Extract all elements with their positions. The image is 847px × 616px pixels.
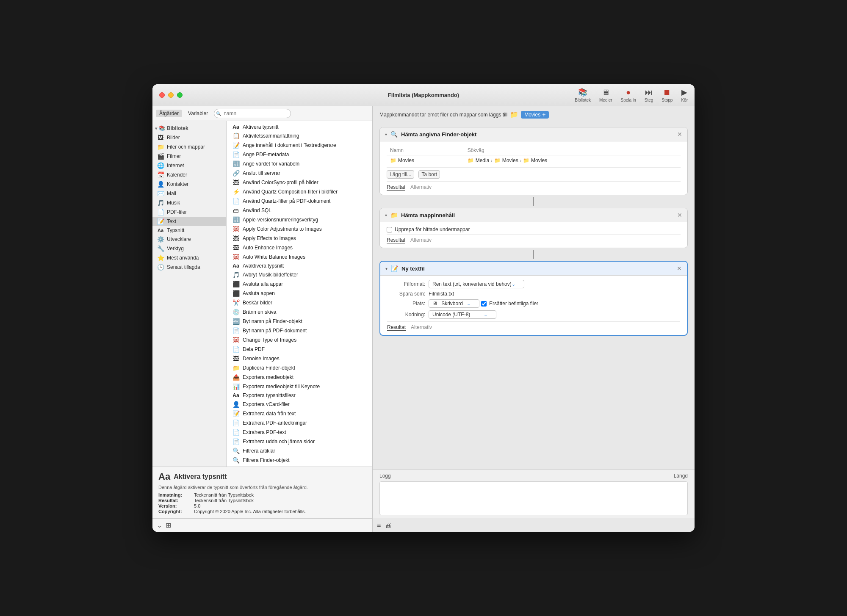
action-avaktivera[interactable]: Aa Avaktivera typsnitt [227, 262, 372, 270]
tab-alternativ-2[interactable]: Alternativ [410, 237, 432, 243]
step-2-chevron[interactable]: ▾ [385, 213, 387, 218]
action-auto-enhance[interactable]: 🖼 Auto Enhance Images [227, 243, 372, 252]
action-label: Ange PDF-metadata [243, 152, 289, 157]
step-2-checkbox[interactable] [387, 227, 392, 232]
sidebar-item-kontakter[interactable]: 👤 Kontakter [152, 180, 226, 189]
spara-som-label: Spara som: [387, 291, 425, 297]
sidebar-item-mest-anvanda[interactable]: ⭐ Mest använda [152, 253, 226, 262]
action-change-type[interactable]: 🖼 Change Type of Images [227, 335, 372, 345]
workflow-canvas: ▾ 🔍 Hämta angivna Finder-objekt ✕ Namn S… [373, 123, 695, 469]
ersatter-checkbox[interactable] [481, 301, 487, 307]
action-exportera-media[interactable]: 📤 Exportera medieobjekt [227, 373, 372, 382]
action-extrahera-pdf-text[interactable]: 📄 Extrahera PDF-text [227, 428, 372, 437]
fullscreen-button[interactable] [177, 92, 183, 98]
step-1-chevron[interactable]: ▾ [385, 132, 387, 137]
plats-select[interactable]: 🖥 Skrivbord ⌄ [429, 299, 479, 308]
close-button[interactable] [159, 92, 165, 98]
stopp-button[interactable]: ⏹ Stopp [662, 88, 673, 102]
tab-resultat-1[interactable]: Resultat [387, 184, 405, 191]
action-denoise[interactable]: 🖼 Denoise Images [227, 354, 372, 363]
step-2-checkbox-label: Upprepa för hittade undermappar [395, 227, 470, 232]
action-aktivitets[interactable]: 📋 Aktivitetssammanfattning [227, 131, 372, 141]
sidebar-item-bilder[interactable]: 🖼 Bilder [152, 133, 226, 142]
tab-resultat-3[interactable]: Resultat [387, 324, 406, 331]
tab-alternativ-1[interactable]: Alternativ [410, 184, 432, 191]
action-ange-innehall[interactable]: 📝 Ange innehåll i dokument i Textrediger… [227, 141, 372, 150]
sidebar-item-musik[interactable]: 🎵 Musik [152, 198, 226, 207]
sidebar-item-text[interactable]: 📝 Text [152, 217, 226, 226]
action-label: Exportera vCard-filer [243, 401, 290, 407]
kor-button[interactable]: ▶ Kör [681, 88, 688, 102]
action-quartz-composition[interactable]: ⚡ Använd Quartz Composition-filter i bil… [227, 187, 372, 196]
action-exportera-keynote[interactable]: 📊 Exportera medieobjekt till Keynote [227, 382, 372, 391]
version-value: 5.0 [194, 503, 200, 508]
action-filtrera-artiklar[interactable]: 🔍 Filtrera artiklar [227, 446, 372, 456]
action-byt-namn-pdf[interactable]: 📄 Byt namn på PDF-dokument [227, 326, 372, 335]
action-extrahera-data[interactable]: 📝 Extrahera data från text [227, 409, 372, 418]
action-anslut[interactable]: 🔗 Anslut till servrar [227, 169, 372, 178]
action-avsluta-alla[interactable]: ⬛ Avsluta alla appar [227, 279, 372, 289]
action-avsluta-appen[interactable]: ⬛ Avsluta appen [227, 289, 372, 298]
action-extrahera-udda[interactable]: 📄 Extrahera udda och jämna sidor [227, 437, 372, 446]
bibliotek-header[interactable]: ▾ 📚 Bibliotek [152, 124, 226, 133]
action-dela-pdf[interactable]: 📄 Dela PDF [227, 345, 372, 354]
movies-badge[interactable]: Movies + [521, 111, 549, 119]
medier-button[interactable]: 🖥 Medier [599, 88, 612, 102]
search-input[interactable] [214, 109, 291, 118]
sidebar-item-typsnitt[interactable]: Aa Typsnitt [152, 226, 226, 235]
action-exportera-typsnitt[interactable]: Aa Exportera typsnittsfilesr [227, 391, 372, 400]
filformat-select[interactable]: Ren text (txt, konvertera vid behov) ⌄ [429, 280, 524, 288]
tab-variabler[interactable]: Variabler [185, 110, 211, 117]
sidebar-item-pdf[interactable]: 📄 PDF-filer [152, 207, 226, 217]
action-label: Duplicera Finder-objekt [243, 365, 295, 371]
tab-alternativ-3[interactable]: Alternativ [411, 324, 432, 331]
sidebar-item-filmer[interactable]: 🎬 Filmer [152, 152, 226, 161]
sidebar-item-verktyg[interactable]: 🔧 Verktyg [152, 244, 226, 253]
ta-bort-button[interactable]: Ta bort [418, 170, 440, 179]
step-3-chevron[interactable]: ▾ [385, 266, 388, 271]
lagg-till-button[interactable]: Lägg till... [387, 170, 414, 179]
spela-in-button[interactable]: ● Spela in [621, 88, 636, 102]
step-3-close[interactable]: ✕ [677, 265, 682, 272]
action-avbryt-musik[interactable]: 🎵 Avbryt Musik-bildeffekter [227, 270, 372, 279]
step-1-close[interactable]: ✕ [677, 131, 682, 138]
action-duplicera[interactable]: 📁 Duplicera Finder-objekt [227, 363, 372, 373]
list-icon[interactable]: ≡ [377, 522, 381, 529]
minimize-button[interactable] [168, 92, 174, 98]
sidebar-item-filer[interactable]: 📁 Filer och mappar [152, 142, 226, 152]
sidebar-item-mail[interactable]: ✉️ Mail [152, 189, 226, 198]
sidebar-item-kalender[interactable]: 📅 Kalender [152, 170, 226, 180]
action-apply-effects[interactable]: 🖼 Apply Effects to Images [227, 234, 372, 243]
row-folder-name: Movies [398, 157, 414, 163]
action-versionsnum[interactable]: 🔢 Apple-versionsnumreringsverktyg [227, 215, 372, 224]
action-colorsync[interactable]: 🖼 Använd ColorSync-profil på bilder [227, 178, 372, 187]
action-brann[interactable]: 💿 Bränn en skiva [227, 307, 372, 317]
kodning-select[interactable]: Unicode (UTF-8) ⌄ [429, 310, 496, 319]
action-auto-white[interactable]: 🖼 Auto White Balance Images [227, 252, 372, 262]
action-sql[interactable]: 🗃 Använd SQL [227, 206, 372, 215]
action-beskar[interactable]: ✂️ Beskär bilder [227, 298, 372, 307]
action-ange-pdf[interactable]: 📄 Ange PDF-metadata [227, 150, 372, 159]
action-filtrera-finder[interactable]: 🔍 Filtrera Finder-objekt [227, 456, 372, 465]
step-2-checkbox-row: Upprepa för hittade undermappar [387, 227, 681, 232]
bibliotek-button[interactable]: 📚 Bibliotek [575, 88, 591, 102]
action-ange-varde[interactable]: 🔢 Ange värdet för variabeln [227, 159, 372, 169]
sidebar-item-senast-tillagda[interactable]: 🕒 Senast tillagda [152, 262, 226, 272]
musik-icon: 🎵 [157, 199, 164, 206]
action-aktivera-typsnitt[interactable]: Aa Aktivera typsnitt [227, 123, 372, 131]
sidebar-item-internet[interactable]: 🌐 Internet [152, 161, 226, 170]
action-byt-namn-finder[interactable]: 🔤 Byt namn på Finder-objekt [227, 317, 372, 326]
action-exportera-vcard[interactable]: 👤 Exportera vCard-filer [227, 400, 372, 409]
tab-atgarder[interactable]: Åtgärder [156, 110, 182, 117]
sidebar-item-utvecklare[interactable]: ⚙️ Utvecklare [152, 235, 226, 244]
tab-resultat-2[interactable]: Resultat [387, 237, 405, 243]
chevron-down-icon[interactable]: ⌄ [157, 521, 162, 529]
action-quartz-pdf[interactable]: 📄 Använd Quartz-filter på PDF-dokument [227, 196, 372, 206]
steg-button[interactable]: ⏭ Steg [645, 88, 653, 102]
action-extrahera-pdf-ant[interactable]: 📄 Extrahera PDF-anteckningar [227, 418, 372, 428]
grid-icon[interactable]: ⊞ [166, 521, 171, 529]
action-label: Apply Effects to Images [243, 235, 296, 241]
print-icon[interactable]: 🖨 [385, 522, 392, 529]
step-2-close[interactable]: ✕ [677, 212, 682, 218]
action-apply-color[interactable]: 🖼 Apply Color Adjustments to Images [227, 224, 372, 234]
